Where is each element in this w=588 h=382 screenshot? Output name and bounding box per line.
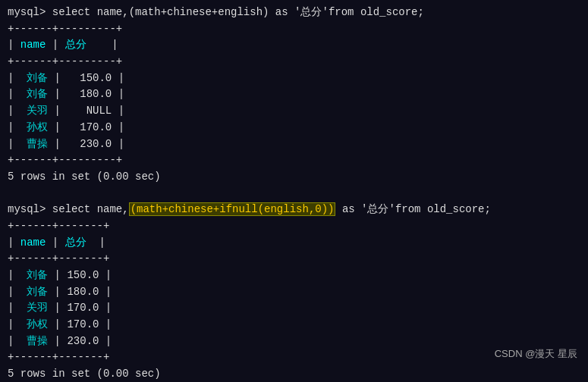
q2-r3-score: 170.0 bbox=[67, 302, 99, 314]
q1-row-1: | 刘备 | 150.0 | bbox=[8, 70, 580, 87]
q2-r1-name: 刘备 bbox=[27, 269, 48, 281]
q2-result: 5 rows in set (0.00 sec) bbox=[8, 366, 580, 382]
q2-suffix: as '总分'from old_score; bbox=[335, 203, 490, 215]
q2-r2-name: 刘备 bbox=[27, 286, 48, 298]
q1-row-3: | 关羽 | NULL | bbox=[8, 103, 580, 120]
q2-r1-score: 150.0 bbox=[67, 269, 99, 281]
q2-r5-score: 230.0 bbox=[67, 335, 99, 347]
q1-r5-score: 230.0 bbox=[80, 138, 112, 150]
q2-r4-name: 孙权 bbox=[27, 318, 48, 330]
q2-r4-score: 170.0 bbox=[67, 318, 99, 330]
q1-result: 5 rows in set (0.00 sec) bbox=[8, 169, 580, 186]
q1-r4-name: 孙权 bbox=[27, 121, 48, 133]
q1-border-top: +------+---------+ bbox=[8, 21, 580, 38]
q1-r2-name: 刘备 bbox=[27, 88, 48, 100]
q1-row-4: | 孙权 | 170.0 | bbox=[8, 120, 580, 136]
q1-r3-score: NULL bbox=[86, 105, 112, 117]
q2-r2-score: 180.0 bbox=[67, 286, 99, 298]
query1-command: mysql> select name,(math+chinese+english… bbox=[8, 5, 580, 21]
prompt2: mysql> bbox=[8, 203, 46, 215]
q1-header: | name | 总分 | bbox=[8, 37, 580, 54]
q1-border-bot: +------+---------+ bbox=[8, 152, 580, 169]
q1-row-5: | 曹操 | 230.0 | bbox=[8, 136, 580, 153]
watermark: CSDN @漫天 星辰 bbox=[495, 347, 577, 361]
q2-row-2: | 刘备 | 180.0 | bbox=[8, 284, 580, 301]
q2-border-mid: +------+-------+ bbox=[8, 251, 580, 268]
query2-command: mysql> select name,(math+chinese+ifnull(… bbox=[8, 202, 580, 218]
q2-col-score: 总分 bbox=[65, 236, 86, 249]
q2-r5-name: 曹操 bbox=[27, 335, 48, 347]
q2-col-name: name bbox=[20, 236, 46, 249]
terminal-window: mysql> select name,(math+chinese+english… bbox=[0, 0, 588, 382]
q2-prefix: select name, bbox=[46, 203, 128, 215]
q2-border-top: +------+-------+ bbox=[8, 218, 580, 235]
q2-r3-name: 关羽 bbox=[27, 302, 48, 314]
q1-col-name: name bbox=[20, 39, 46, 51]
blank-line bbox=[8, 186, 580, 202]
q2-row-4: | 孙权 | 170.0 | bbox=[8, 317, 580, 333]
q2-header: | name | 总分 | bbox=[8, 235, 580, 252]
q1-col-score: 总分 bbox=[65, 39, 86, 51]
q2-highlight: (math+chinese+ifnull(english,0)) bbox=[129, 202, 336, 216]
q1-r3-name: 关羽 bbox=[27, 105, 48, 117]
prompt1: mysql> bbox=[8, 6, 46, 18]
q2-row-3: | 关羽 | 170.0 | bbox=[8, 300, 580, 317]
q1-r1-score: 150.0 bbox=[80, 72, 112, 84]
q1-r4-score: 170.0 bbox=[80, 121, 112, 133]
q1-r1-name: 刘备 bbox=[27, 72, 48, 84]
q1-text: select name,(math+chinese+english) as '总… bbox=[46, 6, 423, 18]
q1-row-2: | 刘备 | 180.0 | bbox=[8, 86, 580, 103]
q2-row-1: | 刘备 | 150.0 | bbox=[8, 268, 580, 284]
q1-border-mid: +------+---------+ bbox=[8, 54, 580, 70]
q1-r2-score: 180.0 bbox=[80, 88, 112, 100]
q1-r5-name: 曹操 bbox=[27, 138, 48, 150]
